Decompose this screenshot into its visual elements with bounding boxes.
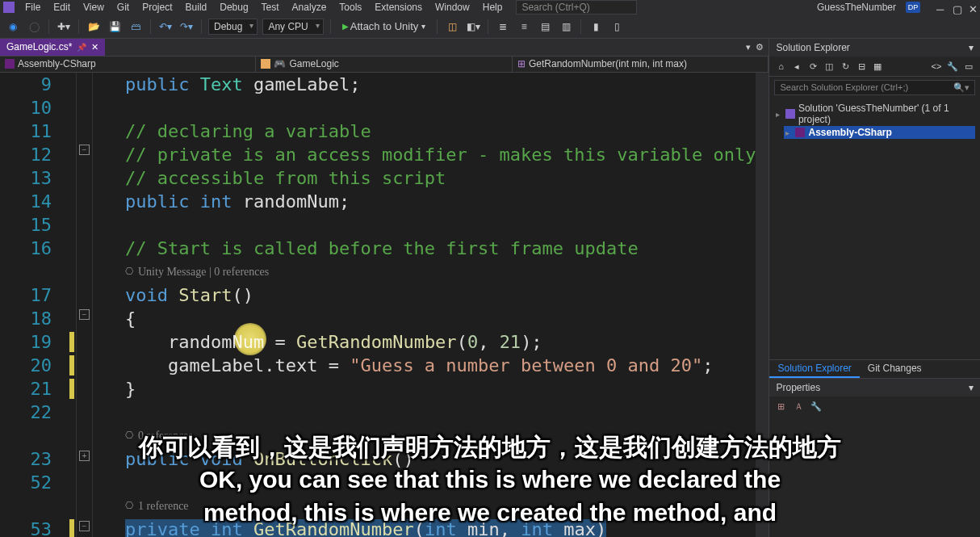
- sol-home-icon[interactable]: ⌂: [774, 60, 787, 73]
- sol-more-icon[interactable]: ▭: [962, 60, 975, 73]
- code-line[interactable]: [125, 213, 756, 237]
- line-number: 53: [0, 518, 76, 537]
- pin-icon[interactable]: 📌: [77, 43, 86, 52]
- tool-icon-6[interactable]: ▥: [558, 19, 574, 35]
- menu-bar: FileEditViewGitProjectBuildDebugTestAnal…: [0, 0, 980, 15]
- menu-window[interactable]: Window: [429, 1, 475, 14]
- tool-icon-2[interactable]: ◧▾: [465, 19, 481, 35]
- code-line[interactable]: // accessible from this script: [125, 166, 756, 190]
- code-line[interactable]: gameLabel.text = "Guess a number between…: [125, 354, 756, 377]
- attach-unity-button[interactable]: ▶Attach to Unity▾: [337, 19, 431, 34]
- open-icon[interactable]: 📂: [86, 19, 102, 35]
- vs-logo-icon: [3, 2, 15, 13]
- tab-git-changes[interactable]: Git Changes: [860, 360, 930, 378]
- code-line[interactable]: public Text gameLabel;: [125, 73, 756, 96]
- code-line[interactable]: [125, 96, 756, 120]
- solution-search[interactable]: Search Solution Explorer (Ctrl+;)🔍▾: [774, 80, 975, 95]
- menu-build[interactable]: Build: [180, 1, 213, 14]
- sol-view-icon[interactable]: ◫: [823, 60, 836, 73]
- nav-member-label: GetRandomNumber(int min, int max): [529, 58, 687, 69]
- new-item-icon[interactable]: ✚▾: [56, 19, 72, 35]
- tool-icon-7[interactable]: ▮: [588, 19, 604, 35]
- tab-gamelogic[interactable]: GameLogic.cs* 📌 ✕: [0, 39, 105, 56]
- configuration-combo[interactable]: Debug: [208, 19, 258, 35]
- code-line[interactable]: // Start is called before the first fram…: [125, 237, 756, 260]
- menu-test[interactable]: Test: [256, 1, 285, 14]
- user-avatar[interactable]: DP: [906, 2, 920, 13]
- menu-tools[interactable]: Tools: [333, 1, 367, 14]
- sol-back-icon[interactable]: ◂: [790, 60, 803, 73]
- solution-node[interactable]: Solution 'GuessTheNumber' (1 of 1 projec…: [774, 102, 975, 126]
- code-line[interactable]: [125, 471, 756, 494]
- line-number: 13: [0, 166, 76, 190]
- tool-icon-1[interactable]: ◫: [444, 19, 460, 35]
- sol-collapse-icon[interactable]: ⊟: [855, 60, 868, 73]
- menu-project[interactable]: Project: [136, 1, 178, 14]
- props-cat-icon[interactable]: ⊞: [774, 400, 787, 413]
- code-line[interactable]: [125, 401, 756, 424]
- code-nav-bar: Assembly-CSharp 🎮 GameLogic ⊞ GetRandomN…: [0, 57, 769, 73]
- close-icon[interactable]: ✕: [969, 3, 977, 11]
- nav-back-icon[interactable]: ◉: [5, 19, 21, 35]
- codelens[interactable]: ⎔ 0 references: [125, 424, 756, 447]
- props-az-icon[interactable]: Ａ: [792, 400, 805, 413]
- menu-git[interactable]: Git: [111, 1, 135, 14]
- line-number: 17: [0, 283, 76, 307]
- solution-explorer-title: Solution Explorer▾: [769, 39, 980, 57]
- collapse-icon[interactable]: −: [79, 309, 90, 320]
- menu-debug[interactable]: Debug: [214, 1, 253, 14]
- code-line[interactable]: void Start(): [125, 283, 756, 307]
- sol-refresh-icon[interactable]: ↻: [839, 60, 852, 73]
- collapse-icon[interactable]: −: [79, 145, 90, 155]
- tabstrip-dropdown-icon[interactable]: ▾: [746, 42, 751, 52]
- code-line[interactable]: {: [125, 307, 756, 330]
- tab-solution-explorer[interactable]: Solution Explorer: [769, 360, 859, 378]
- sol-showall-icon[interactable]: ▦: [871, 60, 884, 73]
- line-number: 12: [0, 143, 76, 166]
- nav-class[interactable]: 🎮 GameLogic: [256, 57, 512, 73]
- tabstrip-gear-icon[interactable]: ⚙: [756, 42, 764, 52]
- code-line[interactable]: randomNum = GetRandomNumber(0, 21);: [125, 330, 756, 354]
- minimize-icon[interactable]: ─: [936, 3, 944, 11]
- props-wrench-icon[interactable]: 🔧: [810, 400, 823, 413]
- save-icon[interactable]: 💾: [107, 19, 123, 35]
- code-line[interactable]: // private is an access modifier - makes…: [125, 143, 756, 166]
- tool-icon-3[interactable]: ≣: [495, 19, 511, 35]
- code-line[interactable]: public void OnButtonClick(): [125, 447, 756, 471]
- tool-icon-5[interactable]: ▤: [537, 19, 553, 35]
- menu-extensions[interactable]: Extensions: [369, 1, 428, 14]
- menu-help[interactable]: Help: [477, 1, 509, 14]
- code-line[interactable]: private int GetRandomNumber(int min, int…: [125, 518, 756, 537]
- undo-icon[interactable]: ↶▾: [157, 19, 174, 35]
- menu-file[interactable]: File: [19, 1, 46, 14]
- global-search[interactable]: Search (Ctrl+Q): [516, 0, 637, 15]
- line-number: [0, 260, 76, 283]
- tool-icon-8[interactable]: ▯: [609, 19, 625, 35]
- codelens[interactable]: ⎔ Unity Message | 0 references: [125, 260, 756, 283]
- nav-assembly[interactable]: Assembly-CSharp: [0, 57, 256, 73]
- codelens[interactable]: ⎔ 1 reference: [125, 494, 756, 518]
- project-node[interactable]: Assembly-CSharp: [784, 126, 975, 139]
- expand-icon[interactable]: +: [79, 451, 90, 461]
- nav-member[interactable]: ⊞ GetRandomNumber(int min, int max): [513, 57, 769, 73]
- code-line[interactable]: // declaring a variable: [125, 120, 756, 143]
- nav-forward-icon[interactable]: ◯: [26, 19, 42, 35]
- sol-sync-icon[interactable]: ⟳: [806, 60, 819, 73]
- collapse-icon[interactable]: −: [79, 521, 90, 531]
- menu-view[interactable]: View: [77, 1, 110, 14]
- redo-icon[interactable]: ↷▾: [178, 19, 195, 35]
- save-all-icon[interactable]: 🗃: [128, 19, 144, 35]
- menu-analyze[interactable]: Analyze: [287, 1, 333, 14]
- code-area[interactable]: 91011121314151617181920212223525354 − − …: [0, 73, 769, 537]
- maximize-icon[interactable]: ▢: [953, 3, 961, 11]
- tool-icon-4[interactable]: ≡: [516, 19, 532, 35]
- line-number: 15: [0, 213, 76, 237]
- code-line[interactable]: }: [125, 377, 756, 401]
- code-content[interactable]: public Text gameLabel;// declaring a var…: [93, 73, 756, 537]
- menu-edit[interactable]: Edit: [48, 1, 76, 14]
- sol-code-icon[interactable]: <>: [930, 60, 943, 73]
- sol-props-icon[interactable]: 🔧: [946, 60, 959, 73]
- tab-close-icon[interactable]: ✕: [91, 42, 98, 52]
- platform-combo[interactable]: Any CPU: [262, 19, 323, 35]
- code-line[interactable]: public int randomNum;: [125, 190, 756, 213]
